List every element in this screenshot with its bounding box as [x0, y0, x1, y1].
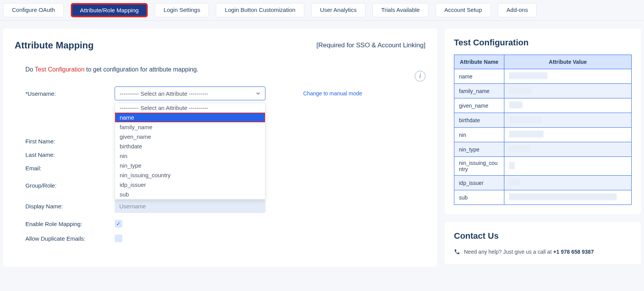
test-configuration-title: Test Configuration [454, 38, 632, 48]
username-row: *Username: ---------- Select an Attribut… [25, 86, 425, 100]
tab-add-ons[interactable]: Add-ons [498, 3, 537, 17]
table-row: given_name [454, 98, 632, 113]
page-title: Attribute Mapping [15, 40, 93, 51]
attr-name-cell: name [454, 69, 504, 84]
contact-text-prefix: Need any help? Just give us a call at [464, 249, 553, 255]
table-row: idp_issuer [454, 176, 632, 190]
dropdown-option-sub[interactable]: sub [115, 190, 265, 199]
username-select[interactable]: ---------- Select an Attribute ---------… [115, 86, 265, 100]
phone-icon [454, 249, 460, 255]
display-name-label: Display Name: [25, 203, 115, 210]
display-name-row: Display Name: [25, 199, 425, 213]
attr-name-cell: nin_type [454, 142, 504, 157]
table-row: family_name [454, 84, 632, 98]
blurred-value [509, 145, 530, 152]
attr-name-cell: idp_issuer [454, 176, 504, 190]
blurred-value [509, 116, 542, 123]
enable-role-mapping-checkbox[interactable]: ✓ [115, 220, 122, 228]
dropdown-option-birthdate[interactable]: birthdate [115, 141, 265, 151]
contact-us-panel: Contact Us Need any help? Just give us a… [445, 222, 641, 264]
config-note-prefix: Do [25, 66, 35, 73]
username-label: *Username: [25, 90, 115, 97]
attr-value-cell [504, 98, 632, 113]
attr-value-cell [504, 113, 632, 128]
attribute-table: Attribute Name Attribute Value namefamil… [454, 55, 632, 205]
dropdown-option-nin-type[interactable]: nin_type [115, 161, 265, 170]
header-note: [Required for SSO & Account Linking] [317, 42, 426, 49]
tab-login-settings[interactable]: Login Settings [155, 3, 209, 17]
attr-value-cell [504, 84, 632, 98]
tab-attribute-role-mapping[interactable]: Attribute/Role Mapping [71, 3, 148, 17]
email-label: Email: [25, 165, 115, 171]
attr-name-cell: family_name [454, 84, 504, 98]
first-name-label: First Name: [25, 138, 115, 145]
manual-mode-link[interactable]: Change to manual mode [303, 90, 362, 96]
tab-login-button-customization[interactable]: Login Button Customization [216, 3, 304, 17]
config-note-suffix: to get configuration for attribute mappi… [85, 66, 199, 73]
config-note: Do Test Configuration to get configurati… [25, 66, 425, 73]
attr-value-cell [504, 157, 632, 176]
enable-role-mapping-row: Enable Role Mapping: ✓ [25, 220, 425, 228]
attr-name-cell: nin_issuing_country [454, 157, 504, 176]
attribute-mapping-panel: Attribute Mapping [Required for SSO & Ac… [3, 28, 437, 267]
table-row: name [454, 69, 632, 84]
dropdown-option-name[interactable]: name [115, 113, 265, 122]
tab-trials-available[interactable]: Trials Available [372, 3, 429, 17]
blurred-value [509, 101, 522, 108]
group-role-label: Group/Role: [25, 182, 115, 189]
attr-name-cell: given_name [454, 98, 504, 113]
blurred-value [509, 179, 521, 186]
contact-us-title: Contact Us [454, 231, 632, 241]
table-row: nin [454, 128, 632, 142]
attr-value-cell [504, 128, 632, 142]
dropdown-option-placeholder[interactable]: ---------- Select an Attribute ---------… [115, 103, 265, 113]
attr-table-header-value: Attribute Value [504, 55, 632, 69]
tabs-bar: Configure OAuth Attribute/Role Mapping L… [0, 0, 644, 21]
contact-phone: +1 978 658 9387 [553, 249, 594, 255]
info-icon-wrapper: i [415, 71, 425, 81]
dropdown-option-idp-issuer[interactable]: idp_issuer [115, 180, 265, 190]
allow-duplicate-emails-label: Allow Duplicate Emails: [25, 235, 115, 242]
attr-name-cell: birthdate [454, 113, 504, 128]
allow-duplicate-emails-row: Allow Duplicate Emails: [25, 234, 425, 242]
table-row: nin_type [454, 142, 632, 157]
tab-configure-oauth[interactable]: Configure OAuth [3, 3, 64, 17]
blurred-value [509, 131, 544, 138]
dropdown-option-family-name[interactable]: family_name [115, 122, 265, 132]
username-dropdown-menu: ---------- Select an Attribute ---------… [115, 103, 265, 200]
info-icon[interactable]: i [415, 71, 425, 81]
allow-duplicate-emails-checkbox[interactable] [115, 234, 122, 242]
blurred-value [509, 162, 515, 169]
attr-name-cell: sub [454, 190, 504, 205]
attr-value-cell [504, 190, 632, 205]
attr-table-header-name: Attribute Name [454, 55, 504, 69]
table-row: nin_issuing_country [454, 157, 632, 176]
dropdown-option-nin[interactable]: nin [115, 151, 265, 161]
table-row: birthdate [454, 113, 632, 128]
blurred-value [509, 87, 532, 94]
config-note-highlight: Test Configuration [35, 66, 85, 73]
attr-name-cell: nin [454, 128, 504, 142]
attr-value-cell [504, 142, 632, 157]
tab-user-analytics[interactable]: User Analytics [311, 3, 365, 17]
blurred-value [509, 193, 617, 200]
attr-value-cell [504, 69, 632, 84]
blurred-value [509, 72, 547, 79]
table-row: sub [454, 190, 632, 205]
test-configuration-panel: Test Configuration Attribute Name Attrib… [445, 28, 641, 214]
display-name-input[interactable] [115, 199, 265, 213]
chevron-down-icon [256, 91, 260, 96]
enable-role-mapping-label: Enable Role Mapping: [25, 221, 115, 227]
dropdown-option-nin-issuing-country[interactable]: nin_issuing_country [115, 170, 265, 180]
dropdown-option-given-name[interactable]: given_name [115, 132, 265, 141]
username-select-text: ---------- Select an Attribute ---------… [120, 90, 208, 97]
tab-account-setup[interactable]: Account Setup [435, 3, 491, 17]
last-name-label: Last Name: [25, 151, 115, 158]
attr-value-cell [504, 176, 632, 190]
contact-text: Need any help? Just give us a call at +1… [454, 249, 632, 255]
